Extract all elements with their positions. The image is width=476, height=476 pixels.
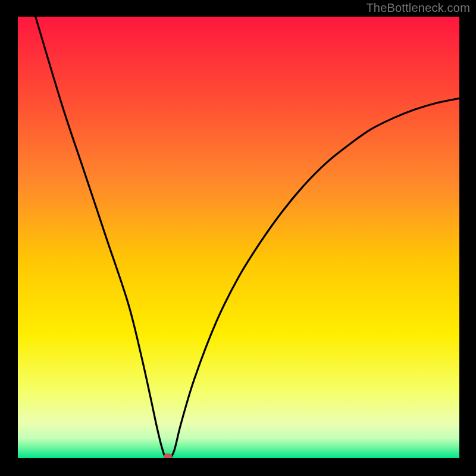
- chart-frame: TheBottleneck.com: [0, 0, 476, 476]
- plot-area: [18, 17, 459, 458]
- watermark-text: TheBottleneck.com: [366, 1, 470, 15]
- gradient-background: [18, 17, 459, 458]
